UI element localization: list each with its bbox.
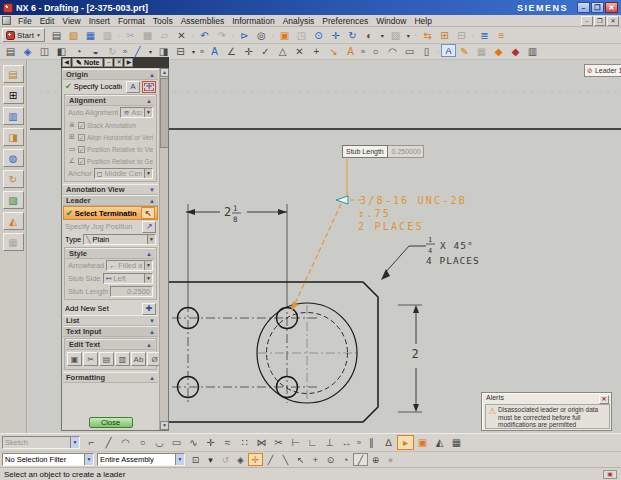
- target-point-button[interactable]: +: [308, 44, 325, 59]
- menu-item[interactable]: Tools: [149, 16, 177, 26]
- view-dependent-edit-drop[interactable]: ▾: [189, 44, 198, 59]
- rectangle-button[interactable]: ▭: [401, 44, 418, 59]
- point-on-curve-snap-button[interactable]: ╱: [353, 453, 368, 466]
- chamfer-note[interactable]: 1 4 X 45° 4 PLACES: [381, 236, 480, 280]
- history-tab[interactable]: ↻: [3, 170, 24, 188]
- text-leader-button[interactable]: ↘: [325, 44, 342, 59]
- view-wizard-button[interactable]: ◈: [19, 44, 36, 59]
- menu-item[interactable]: Edit: [36, 16, 59, 26]
- print-button[interactable]: ▥: [99, 28, 116, 43]
- snap-point-toggle[interactable]: ✛: [248, 453, 263, 466]
- checkbox[interactable]: ✓: [78, 146, 85, 153]
- scroll-down-icon[interactable]: ▼: [160, 421, 169, 430]
- snap-settings-button[interactable]: ▸: [397, 435, 414, 450]
- annotation-editor-button[interactable]: A: [441, 44, 456, 57]
- cut-text-button[interactable]: ✂: [83, 352, 98, 366]
- system-scenes-tab[interactable]: ▦: [3, 233, 24, 251]
- control-point-snap-button[interactable]: ↖: [293, 453, 308, 466]
- edit-text-header[interactable]: Edit Text▲: [66, 339, 155, 350]
- general-selection-button[interactable]: ⊡: [188, 453, 203, 466]
- menu-item[interactable]: Window: [372, 16, 410, 26]
- dimension-style-button[interactable]: ◆: [490, 44, 507, 59]
- surface-finish-button[interactable]: ✓: [257, 44, 274, 59]
- copy-button[interactable]: ▩: [139, 28, 156, 43]
- dialog-minimize-button[interactable]: −: [104, 58, 113, 67]
- assembly-constraints-button[interactable]: ⊞: [436, 28, 453, 43]
- leader-group-header[interactable]: Leader▲: [63, 195, 158, 206]
- leader-type-dropdown[interactable]: ╲ Plain ▼: [83, 234, 156, 245]
- copy-text-button[interactable]: ▣: [67, 352, 82, 366]
- close-button[interactable]: Close: [89, 417, 133, 428]
- new-button[interactable]: ▤: [48, 28, 65, 43]
- rendering-style-drop[interactable]: ▾: [378, 28, 387, 43]
- dimension-width[interactable]: 2 1 8: [186, 204, 287, 224]
- start-menu-button[interactable]: Start ▼: [2, 28, 45, 42]
- toolbar-chevron[interactable]: »: [359, 44, 367, 59]
- highlight-button[interactable]: ↺: [218, 453, 233, 466]
- sketch-extend-button[interactable]: ⊢: [287, 435, 304, 450]
- stub-side-dropdown[interactable]: ↤ Left ▼: [103, 273, 153, 284]
- dimension-height[interactable]: 2: [398, 305, 422, 412]
- pan-button[interactable]: ✛: [327, 28, 344, 43]
- menu-item[interactable]: Information: [228, 16, 279, 26]
- reuse-library-tab[interactable]: ◨: [3, 128, 24, 146]
- move-component-button[interactable]: ⇆: [419, 28, 436, 43]
- delete-button[interactable]: ✕: [173, 28, 190, 43]
- sketch-spline-button[interactable]: ∿: [185, 435, 202, 450]
- alerts-close-button[interactable]: ✕: [599, 395, 609, 404]
- shaded-view-button[interactable]: ◐: [361, 28, 378, 43]
- anchor-dropdown[interactable]: ◻ Middle Center ▼: [94, 168, 153, 179]
- stub-length-input[interactable]: 0.2500: [110, 286, 153, 297]
- arrowhead-dropdown[interactable]: ← Filled arrow ▼: [106, 260, 153, 271]
- text-input-header[interactable]: Text Input▲: [63, 326, 158, 337]
- drafting-preferences-button[interactable]: ◆: [507, 44, 524, 59]
- origin-group-header[interactable]: Origin▲: [63, 69, 158, 80]
- end-point-snap-button[interactable]: ╱: [263, 453, 278, 466]
- checkbox[interactable]: ✓: [78, 122, 85, 129]
- label-button[interactable]: A: [342, 44, 359, 59]
- window-maximize-button[interactable]: ❒: [591, 2, 604, 13]
- cylinder-button[interactable]: ▯: [418, 44, 435, 59]
- scrollbar-thumb[interactable]: [160, 78, 169, 148]
- selection-scope-drop[interactable]: ▾: [203, 453, 218, 466]
- toolbar-chevron[interactable]: »: [355, 435, 363, 450]
- palettes-tab[interactable]: ▨: [3, 191, 24, 209]
- sketch-rectangle-button[interactable]: ▭: [168, 435, 185, 450]
- angular-dimension-button[interactable]: ∠: [223, 44, 240, 59]
- sketch-trim-button[interactable]: ✂: [270, 435, 287, 450]
- check-clearances-button[interactable]: ⊟: [453, 28, 470, 43]
- sketch-name-combo[interactable]: Sketch ▼: [2, 436, 80, 449]
- paste-text-button[interactable]: ▤: [99, 352, 114, 366]
- mid-point-snap-button[interactable]: ╲: [278, 453, 293, 466]
- snapshot-drop[interactable]: ▾: [404, 28, 413, 43]
- background-button[interactable]: ▨: [387, 28, 404, 43]
- show-hide-button[interactable]: ≣: [476, 28, 493, 43]
- sketch-circle-button[interactable]: ○: [134, 435, 151, 450]
- window-close-button[interactable]: ✕: [605, 2, 618, 13]
- sketch-line-button[interactable]: ╱: [100, 435, 117, 450]
- menu-item[interactable]: File: [14, 16, 36, 26]
- dialog-close-button[interactable]: ✕: [114, 58, 123, 67]
- sketch-display-button[interactable]: ▦: [448, 435, 465, 450]
- zoom-button[interactable]: ⊙: [310, 28, 327, 43]
- dialog-next-button[interactable]: ▶: [124, 58, 133, 67]
- edit-text-button[interactable]: ✎: [456, 44, 473, 59]
- sketch-mirror-button[interactable]: ⋈: [253, 435, 270, 450]
- sketch-corner-button[interactable]: ∟: [304, 435, 321, 450]
- selection-intent-button[interactable]: ⊳: [236, 28, 253, 43]
- margins-button[interactable]: ▥: [524, 44, 541, 59]
- list-header[interactable]: List▼: [63, 315, 158, 326]
- sketch-point-button[interactable]: ✛: [202, 435, 219, 450]
- quadrant-snap-button[interactable]: ◔: [338, 453, 353, 466]
- delete-annotation-button[interactable]: ✕: [291, 44, 308, 59]
- save-button[interactable]: ▦: [82, 28, 99, 43]
- redo-button[interactable]: ↷: [213, 28, 230, 43]
- dialog-prev-button[interactable]: ◀: [62, 58, 71, 67]
- web-browser-tab[interactable]: ◍: [3, 149, 24, 167]
- stub-length-value-field[interactable]: 0.250000: [388, 145, 424, 158]
- checkbox[interactable]: ✓: [78, 158, 85, 165]
- menu-item[interactable]: View: [58, 16, 84, 26]
- auto-alignment-dropdown[interactable]: ≋ Associative ▼: [120, 107, 153, 118]
- base-view-button[interactable]: ◫: [36, 44, 53, 59]
- alignment-group-header[interactable]: Alignment▲: [66, 95, 155, 106]
